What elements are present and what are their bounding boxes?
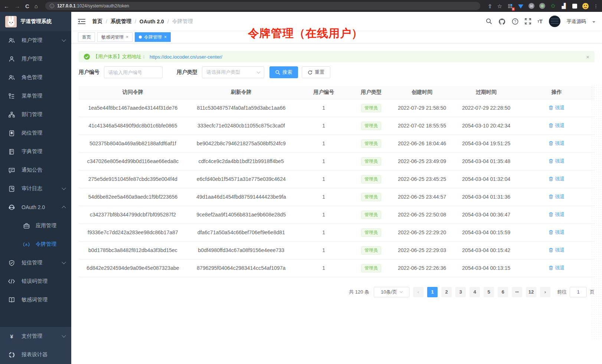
bookmark-star-icon[interactable]: ☆	[497, 3, 502, 9]
url-text: 127.0.0.1:1024/system/oauth2/token	[57, 3, 129, 9]
force-logout-button[interactable]: 强退	[549, 211, 565, 218]
action-cell: 强退	[519, 152, 595, 170]
fullscreen-icon[interactable]	[525, 18, 531, 24]
force-logout-button[interactable]: 强退	[549, 158, 565, 165]
goto-page-input[interactable]	[570, 287, 587, 297]
username[interactable]: 芋道源码	[567, 18, 586, 25]
browser-forward-icon[interactable]: →	[14, 3, 20, 9]
app-logo-area[interactable]: 芋道管理系统	[0, 12, 71, 31]
sidebar-item-支付管理[interactable]: ¥支付管理	[0, 327, 71, 345]
user-id-input[interactable]	[104, 66, 163, 78]
extension-gem-icon[interactable]	[518, 3, 524, 9]
extension-record-icon[interactable]	[539, 3, 545, 9]
access-token-cell: c347026e805e4d99b0d116eae66eda8c	[79, 152, 187, 170]
font-size-icon[interactable]: тT	[537, 18, 543, 24]
chevron-down-icon	[62, 333, 66, 337]
page-button-3[interactable]: 3	[455, 287, 466, 297]
prev-page-button[interactable]: ‹	[413, 287, 423, 297]
extension-command-icon[interactable]: ⌘	[529, 3, 534, 9]
sidebar-item-审计日志[interactable]: 审计日志	[0, 179, 71, 198]
extension-reader-icon[interactable]	[572, 3, 578, 9]
user-menu-caret-icon[interactable]	[592, 21, 595, 23]
sidebar-item-租户管理[interactable]: 租户管理	[0, 31, 71, 50]
breadcrumb-item-OAuth 2.0[interactable]: OAuth 2.0	[140, 19, 164, 24]
sidebar-item-敏感词管理[interactable]: 敏感词管理	[0, 291, 71, 309]
sidebar-item-通知公告[interactable]: 通知公告	[0, 161, 71, 179]
user-id-cell: 1	[295, 188, 352, 206]
force-logout-button[interactable]: 强退	[549, 229, 565, 236]
share-icon[interactable]: ⇧	[488, 3, 493, 9]
github-icon[interactable]	[498, 18, 506, 25]
browser-back-icon[interactable]: ←	[4, 3, 9, 9]
force-logout-button[interactable]: 强退	[549, 193, 565, 200]
tab-close-icon[interactable]: ×	[164, 34, 167, 40]
force-logout-button[interactable]: 强退	[549, 247, 565, 254]
help-icon[interactable]: ?	[512, 18, 518, 25]
page-size-select[interactable]: 10条/页	[374, 287, 409, 297]
alert-close-icon[interactable]: ×	[586, 54, 589, 60]
tab-label: 首页	[82, 34, 91, 40]
search-icon[interactable]	[486, 18, 492, 24]
access-token-cell: 275e5de9151045fe87cbdc395e004f4d	[79, 170, 187, 188]
sidebar-item-角色管理[interactable]: 角色管理	[0, 68, 71, 87]
sidebar-item-岗位管理[interactable]: 岗位管理	[0, 124, 71, 142]
page-button-12[interactable]: 12	[526, 287, 536, 297]
sidebar-item-部门管理[interactable]: 部门管理	[0, 105, 71, 124]
breadcrumb-item-首页[interactable]: 首页	[92, 18, 102, 25]
sidebar-fold-icon[interactable]	[78, 18, 85, 25]
tab-close-icon[interactable]: ×	[126, 34, 128, 40]
force-logout-button[interactable]: 强退	[549, 105, 565, 111]
sidebar-item-短信管理[interactable]: 短信管理	[0, 254, 71, 272]
created-time-cell: 2022-06-25 23:45:25	[390, 170, 454, 188]
tab-敏感词管理[interactable]: 敏感词管理×	[97, 32, 132, 42]
user-avatar[interactable]	[549, 16, 560, 27]
sidebar-item-用户管理[interactable]: 用户管理	[0, 50, 71, 68]
sidebar-item-label: 部门管理	[22, 111, 65, 118]
action-cell: 强退	[519, 135, 595, 152]
breadcrumb-item-系统管理[interactable]: 系统管理	[111, 18, 131, 25]
page-info-icon[interactable]: i	[50, 4, 54, 8]
browser-home-icon[interactable]: ⌂	[35, 3, 38, 9]
browser-menu-icon[interactable]: ⋮	[593, 3, 598, 9]
table-row: 54d6be82ee5a460a9aedc1f9bf22365649d1aa46…	[79, 188, 595, 206]
search-button[interactable]: 搜索	[269, 66, 298, 78]
force-logout-button[interactable]: 强退	[549, 265, 565, 271]
tab-令牌管理[interactable]: 令牌管理×	[135, 32, 171, 42]
table-row: 1ea5e44f8bc1467aaede43144f31de76811c5304…	[79, 99, 595, 117]
breadcrumb-separator: /	[106, 19, 107, 24]
sidebar-item-报表设计器[interactable]: 报表设计器	[0, 345, 71, 364]
more-pages-button[interactable]: •••	[512, 287, 522, 297]
table-row: c342377bf8b344799dcbf7bf095287f29ce8ef2a…	[79, 206, 595, 224]
sidebar-item-令牌管理[interactable]: A令牌管理	[0, 235, 71, 254]
sidebar-item-label: 错误码管理	[22, 278, 65, 285]
doc-link[interactable]: https://doc.iocoder.cn/user-center/	[150, 54, 222, 60]
access-token-cell: 502375b8040a469a9b82188afdf6af1f	[79, 135, 187, 152]
sidebar-item-应用管理[interactable]: 应用管理	[0, 216, 71, 235]
user-type-select[interactable]: 请选择用户类型	[202, 66, 264, 78]
force-logout-button[interactable]: 强退	[549, 176, 565, 182]
extension-puzzle-icon[interactable]: ▟	[561, 3, 567, 9]
page-size-chevron-icon	[400, 290, 403, 293]
user-id-cell: 1	[295, 241, 352, 259]
extension-grid-icon[interactable]: 9	[507, 3, 513, 9]
page-button-4[interactable]: 4	[470, 287, 480, 297]
extension-star-icon[interactable]: ✩	[550, 3, 556, 9]
address-bar[interactable]: i 127.0.0.1:1024/system/oauth2/token	[45, 2, 480, 10]
sidebar-item-字典管理[interactable]: 字典管理	[0, 142, 71, 161]
page-button-1[interactable]: 1	[427, 287, 438, 297]
sidebar-item-错误码管理[interactable]: 错误码管理	[0, 272, 71, 291]
reset-button[interactable]: 重置	[302, 66, 330, 78]
page-button-5[interactable]: 5	[484, 287, 494, 297]
sidebar-item-OAuth 2.0[interactable]: OAuth 2.0	[0, 198, 71, 216]
created-time-cell: 2022-06-25 23:44:57	[390, 188, 454, 206]
created-time-cell: 2022-06-26 18:04:46	[390, 135, 454, 152]
profile-avatar-icon[interactable]	[582, 3, 589, 9]
next-page-button[interactable]: ›	[540, 287, 550, 297]
force-logout-button[interactable]: 强退	[549, 140, 565, 147]
tab-首页[interactable]: 首页	[78, 32, 95, 42]
sidebar-item-菜单管理[interactable]: 菜单管理	[0, 87, 71, 105]
page-button-2[interactable]: 2	[441, 287, 452, 297]
page-button-6[interactable]: 6	[498, 287, 508, 297]
browser-reload-icon[interactable]: C	[25, 3, 29, 9]
force-logout-button[interactable]: 强退	[549, 122, 565, 129]
